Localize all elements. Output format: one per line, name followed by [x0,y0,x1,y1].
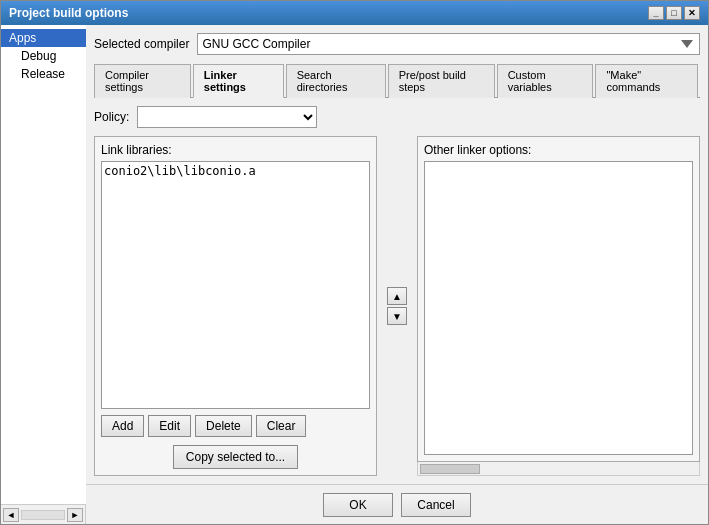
compiler-row: Selected compiler GNU GCC Compiler [94,33,700,55]
sidebar-item-release[interactable]: Release [1,65,86,83]
minimize-button[interactable]: _ [648,6,664,20]
other-linker-title: Other linker options: [424,143,693,157]
tab-search-directories[interactable]: Search directories [286,64,386,98]
down-arrow-button[interactable]: ▼ [387,307,407,325]
main-window: Project build options _ □ ✕ Apps Debug R… [0,0,709,525]
sidebar-item-apps[interactable]: Apps [1,29,86,47]
sidebar-item-debug[interactable]: Debug [1,47,86,65]
title-bar-buttons: _ □ ✕ [648,6,700,20]
sidebar-scroll-track [21,510,65,520]
hscroll-area[interactable] [417,462,700,476]
panels-row: Link libraries: Add Edit Delete Clear Co… [94,136,700,476]
middle-arrows: ▲ ▼ [385,136,409,476]
tab-custom-variables[interactable]: Custom variables [497,64,594,98]
delete-button[interactable]: Delete [195,415,252,437]
tab-linker-settings[interactable]: Linker settings [193,64,284,98]
sidebar-nav: ◄ ► [1,504,85,524]
cancel-button[interactable]: Cancel [401,493,471,517]
policy-select[interactable] [137,106,317,128]
link-libraries-panel: Link libraries: Add Edit Delete Clear Co… [94,136,377,476]
sidebar-right-arrow[interactable]: ► [67,508,83,522]
maximize-button[interactable]: □ [666,6,682,20]
lib-buttons-row: Add Edit Delete Clear [101,415,370,437]
tab-compiler-settings[interactable]: Compiler settings [94,64,191,98]
ok-button[interactable]: OK [323,493,393,517]
link-libraries-title: Link libraries: [101,143,370,157]
window-body: Apps Debug Release ◄ ► Selected compil [1,25,708,524]
policy-row: Policy: [94,106,700,128]
close-button[interactable]: ✕ [684,6,700,20]
bottom-bar: OK Cancel [86,484,708,524]
add-button[interactable]: Add [101,415,144,437]
window-title: Project build options [9,6,128,20]
other-linker-panel: Other linker options: [417,136,700,462]
up-arrow-button[interactable]: ▲ [387,287,407,305]
policy-label: Policy: [94,110,129,124]
content-area: Policy: Link libraries: [94,106,700,476]
hscroll-thumb[interactable] [420,464,480,474]
inner-content: Selected compiler GNU GCC Compiler Compi… [86,25,708,484]
other-linker-textarea[interactable] [424,161,693,455]
link-libraries-textarea[interactable] [101,161,370,409]
main-content: Selected compiler GNU GCC Compiler Compi… [86,25,708,524]
tab-pre-post-build[interactable]: Pre/post build steps [388,64,495,98]
edit-button[interactable]: Edit [148,415,191,437]
sidebar-left-arrow[interactable]: ◄ [3,508,19,522]
title-bar: Project build options _ □ ✕ [1,1,708,25]
compiler-select[interactable]: GNU GCC Compiler [197,33,700,55]
copy-selected-button[interactable]: Copy selected to... [173,445,298,469]
clear-button[interactable]: Clear [256,415,307,437]
compiler-label: Selected compiler [94,37,189,51]
tabs-container: Compiler settings Linker settings Search… [94,63,700,98]
tab-make-commands[interactable]: "Make" commands [595,64,698,98]
sidebar: Apps Debug Release [1,25,86,504]
